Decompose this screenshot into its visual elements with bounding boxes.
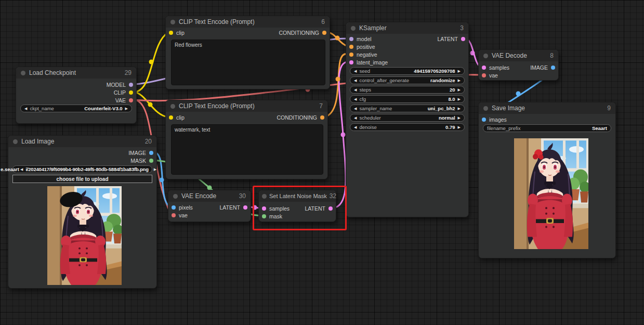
node-graph-canvas[interactable]: Load Checkpoint 29 MODEL CLIP VAE ◀ ckpt… bbox=[0, 0, 644, 325]
link-midpoint-dot bbox=[470, 51, 475, 56]
node-clip-text-encode-positive[interactable]: CLIP Text Encode (Prompt) 6 clip CONDITI… bbox=[165, 16, 330, 89]
node-ksampler-header[interactable]: KSampler 3 bbox=[346, 22, 468, 34]
decrement-arrow-icon[interactable]: ◀ bbox=[354, 116, 357, 120]
increment-arrow-icon[interactable]: ▶ bbox=[125, 107, 128, 110]
choose-file-button[interactable]: choose file to upload bbox=[12, 175, 152, 183]
collapse-dot-icon[interactable] bbox=[483, 54, 488, 58]
slot-dot-conditioning[interactable] bbox=[322, 31, 326, 35]
slot-output-latent[interactable]: LATENT bbox=[438, 36, 465, 42]
slot-dot-vae[interactable] bbox=[482, 73, 486, 77]
slot-output-latent[interactable]: LATENT bbox=[220, 204, 247, 211]
widget-seed[interactable]: ◀ seed 494159705209708 ▶ bbox=[350, 67, 465, 75]
increment-arrow-icon[interactable]: ▶ bbox=[458, 97, 461, 101]
slot-input-pixels[interactable]: pixels bbox=[172, 204, 193, 211]
loaded-image-preview[interactable] bbox=[47, 186, 122, 285]
node-vae-encode[interactable]: VAE Encode 30 pixels vae LATENT bbox=[168, 190, 251, 222]
node-load-image-header[interactable]: Load Image 20 bbox=[8, 136, 156, 147]
node-clip-pos-header[interactable]: CLIP Text Encode (Prompt) 6 bbox=[166, 16, 330, 28]
decrement-arrow-icon[interactable]: ◀ bbox=[354, 97, 357, 101]
slot-output-mask[interactable]: MASK bbox=[130, 158, 153, 164]
collapse-dot-icon[interactable] bbox=[173, 194, 178, 199]
slot-dot-images[interactable] bbox=[482, 118, 486, 122]
node-load-checkpoint[interactable]: Load Checkpoint 29 MODEL CLIP VAE ◀ ckpt… bbox=[16, 67, 137, 124]
slot-output-image[interactable]: IMAGE bbox=[530, 64, 555, 71]
increment-arrow-icon[interactable]: ▶ bbox=[154, 167, 156, 171]
widget-scheduler[interactable]: ◀ scheduler normal ▶ bbox=[350, 114, 465, 122]
node-vae-encode-header[interactable]: VAE Encode 30 bbox=[168, 190, 251, 202]
widget-steps[interactable]: ◀ steps 20 ▶ bbox=[350, 86, 465, 94]
slot-dot-negative[interactable] bbox=[349, 53, 353, 57]
node-clip-neg-header[interactable]: CLIP Text Encode (Prompt) 7 bbox=[166, 100, 327, 112]
decrement-arrow-icon[interactable]: ◀ bbox=[354, 69, 357, 73]
slot-dot-latent[interactable] bbox=[461, 37, 465, 41]
decrement-arrow-icon[interactable]: ◀ bbox=[24, 107, 27, 110]
slot-input-vae[interactable]: vae bbox=[482, 72, 498, 79]
decrement-arrow-icon[interactable]: ◀ bbox=[354, 107, 357, 110]
slot-dot-latent-image[interactable] bbox=[349, 60, 353, 64]
collapse-dot-icon[interactable] bbox=[170, 20, 175, 24]
node-vae-decode[interactable]: VAE Decode 8 samples vae IMAGE bbox=[478, 49, 559, 81]
collapse-dot-icon[interactable] bbox=[483, 106, 488, 111]
slot-input-latent-image[interactable]: latent_image bbox=[349, 59, 388, 66]
slot-dot-image[interactable] bbox=[551, 66, 555, 70]
slot-output-vae[interactable]: VAE bbox=[115, 97, 133, 103]
node-ksampler[interactable]: KSampler 3 model positive negative laten… bbox=[346, 22, 469, 217]
slot-dot-pixels[interactable] bbox=[172, 205, 176, 210]
slot-dot-samples[interactable] bbox=[482, 66, 486, 70]
slot-dot-model[interactable] bbox=[129, 83, 133, 87]
slot-input-model[interactable]: model bbox=[349, 36, 372, 42]
increment-arrow-icon[interactable]: ▶ bbox=[458, 88, 461, 92]
slot-dot-positive[interactable] bbox=[349, 45, 353, 49]
slot-output-conditioning[interactable]: CONDITIONING bbox=[277, 114, 324, 121]
widget-control-after-generate[interactable]: ◀ control_after_generate randomize ▶ bbox=[350, 76, 465, 84]
slot-dot-image[interactable] bbox=[149, 151, 153, 155]
slot-dot-mask[interactable] bbox=[149, 159, 153, 163]
widget-cfg[interactable]: ◀ cfg 8.0 ▶ bbox=[350, 95, 465, 103]
node-save-image-header[interactable]: Save Image 9 bbox=[479, 102, 615, 114]
collapse-dot-icon[interactable] bbox=[21, 71, 25, 75]
decrement-arrow-icon[interactable]: ◀ bbox=[354, 125, 357, 129]
widget-denoise[interactable]: ◀ denoise 0.79 ▶ bbox=[350, 123, 465, 131]
slot-input-clip[interactable]: clip bbox=[169, 114, 185, 121]
widget-sampler-name[interactable]: ◀ sampler_name uni_pc_bh2 ▶ bbox=[350, 105, 465, 112]
slot-output-image[interactable]: IMAGE bbox=[128, 150, 153, 156]
slot-output-conditioning[interactable]: CONDITIONING bbox=[279, 30, 326, 36]
collapse-dot-icon[interactable] bbox=[351, 26, 356, 31]
increment-arrow-icon[interactable]: ▶ bbox=[458, 116, 461, 120]
slot-dot-conditioning[interactable] bbox=[320, 115, 324, 120]
increment-arrow-icon[interactable]: ▶ bbox=[458, 79, 461, 82]
node-vae-decode-header[interactable]: VAE Decode 8 bbox=[479, 50, 558, 61]
node-load-checkpoint-header[interactable]: Load Checkpoint 29 bbox=[16, 67, 136, 79]
slot-dot-vae[interactable] bbox=[172, 213, 176, 217]
decrement-arrow-icon[interactable]: ◀ bbox=[20, 167, 23, 171]
widget-ckpt-name[interactable]: ◀ ckpt_name Counterfeit-V3.0 ▶ bbox=[20, 105, 132, 112]
increment-arrow-icon[interactable]: ▶ bbox=[458, 107, 461, 110]
slot-dot-vae[interactable] bbox=[129, 98, 133, 102]
node-clip-text-encode-negative[interactable]: CLIP Text Encode (Prompt) 7 clip CONDITI… bbox=[165, 100, 328, 179]
widget-filename-prefix[interactable]: filename_prefix Seaart bbox=[483, 124, 611, 132]
slot-output-clip[interactable]: CLIP bbox=[114, 89, 133, 96]
increment-arrow-icon[interactable]: ▶ bbox=[458, 69, 461, 73]
decrement-arrow-icon[interactable]: ◀ bbox=[354, 79, 357, 82]
slot-dot-model[interactable] bbox=[349, 37, 353, 41]
node-save-image[interactable]: Save Image 9 images filename_prefix Seaa… bbox=[478, 102, 616, 258]
slot-dot-latent[interactable] bbox=[243, 205, 247, 210]
slot-output-model[interactable]: MODEL bbox=[107, 82, 133, 88]
increment-arrow-icon[interactable]: ▶ bbox=[458, 125, 461, 129]
slot-input-samples[interactable]: samples bbox=[482, 64, 509, 71]
slot-dot-clip[interactable] bbox=[129, 90, 133, 95]
node-load-image[interactable]: Load Image 20 IMAGE MASK e.seaart ◀ i/20… bbox=[8, 135, 157, 289]
decrement-arrow-icon[interactable]: ◀ bbox=[354, 88, 357, 92]
collapse-dot-icon[interactable] bbox=[170, 104, 175, 109]
collapse-dot-icon[interactable] bbox=[13, 139, 18, 144]
slot-input-vae[interactable]: vae bbox=[172, 212, 188, 218]
slot-input-positive[interactable]: positive bbox=[349, 44, 375, 50]
slot-dot-clip[interactable] bbox=[169, 31, 173, 35]
prompt-textarea-negative[interactable]: watermark, text bbox=[171, 124, 323, 175]
slot-input-negative[interactable]: negative bbox=[349, 51, 377, 58]
slot-input-images[interactable]: images bbox=[482, 116, 507, 123]
prompt-textarea-positive[interactable]: Red flowers bbox=[171, 40, 325, 85]
slot-dot-clip[interactable] bbox=[169, 115, 173, 120]
widget-image-filename[interactable]: e.seaart ◀ i/20240417/9f5099b4-90b2-49f5… bbox=[12, 165, 152, 173]
slot-input-clip[interactable]: clip bbox=[169, 30, 185, 36]
